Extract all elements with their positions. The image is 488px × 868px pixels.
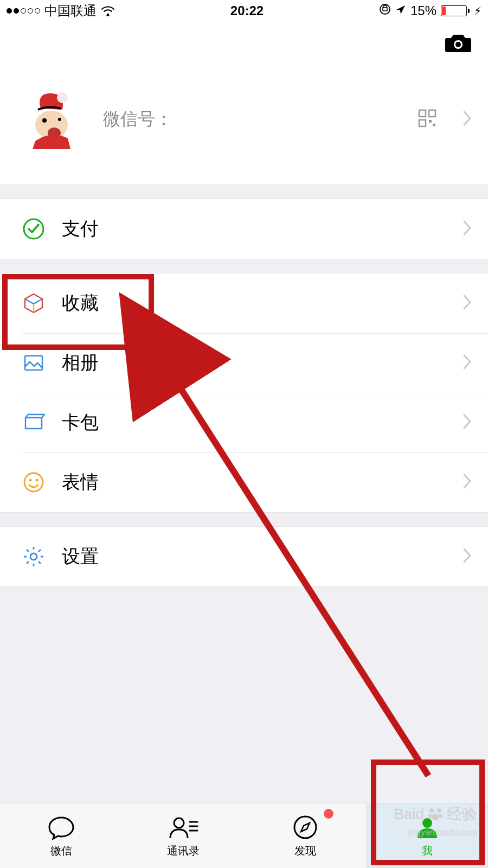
signal-icon (7, 8, 40, 14)
row-settings[interactable]: 设置 (0, 527, 488, 586)
svg-point-5 (57, 92, 68, 103)
location-icon (395, 3, 406, 18)
svg-point-22 (294, 816, 316, 838)
carrier-label: 中国联通 (44, 2, 97, 20)
svg-point-19 (36, 479, 38, 482)
avatar (22, 87, 87, 152)
row-stickers[interactable]: 表情 (0, 452, 488, 512)
wechat-id-label: 微信号： (103, 107, 401, 131)
tab-bar: 微信 通讯录 发现 我 (0, 803, 488, 868)
svg-point-0 (107, 14, 109, 16)
row-pay[interactable]: 支付 (0, 199, 488, 259)
row-stickers-label: 表情 (62, 470, 446, 495)
svg-rect-10 (419, 110, 426, 117)
gear-icon (22, 545, 46, 569)
chevron-right-icon (462, 413, 472, 432)
svg-point-3 (455, 42, 461, 47)
battery-icon (441, 5, 470, 16)
row-cards-label: 卡包 (62, 410, 446, 435)
svg-rect-12 (419, 120, 426, 126)
chevron-right-icon (462, 110, 472, 129)
status-bar: 中国联通 20:22 15% ⚡︎ (0, 0, 488, 22)
tab-contacts-label: 通讯录 (167, 844, 200, 858)
svg-rect-11 (429, 110, 435, 117)
notification-badge (324, 809, 333, 819)
row-settings-label: 设置 (62, 544, 446, 569)
pay-icon (22, 217, 46, 241)
row-album-label: 相册 (62, 350, 446, 375)
tab-me-label: 我 (422, 844, 433, 858)
favorites-icon (22, 291, 46, 315)
chevron-right-icon (462, 354, 472, 372)
profile-info: 微信号： (103, 107, 401, 131)
svg-point-23 (422, 818, 432, 828)
row-album[interactable]: 相册 (0, 333, 488, 393)
chevron-right-icon (462, 547, 472, 566)
svg-point-20 (30, 553, 37, 560)
svg-point-17 (24, 473, 43, 492)
profile-card[interactable]: 微信号： (0, 65, 488, 185)
camera-icon[interactable] (445, 31, 472, 55)
svg-point-21 (174, 818, 184, 828)
chevron-right-icon (462, 294, 472, 312)
status-time: 20:22 (230, 3, 264, 18)
svg-rect-16 (25, 356, 42, 370)
svg-point-9 (58, 118, 61, 121)
compass-icon (292, 813, 319, 841)
status-right: 15% ⚡︎ (379, 3, 481, 18)
qr-code-icon[interactable] (418, 108, 437, 130)
top-bar (0, 22, 488, 65)
stickers-icon (22, 470, 46, 494)
tab-wechat-label: 微信 (50, 844, 72, 858)
cards-icon (22, 411, 46, 435)
section-pay: 支付 (0, 199, 488, 259)
row-favorites-label: 收藏 (62, 291, 446, 316)
section-settings: 设置 (0, 526, 488, 587)
status-left: 中国联通 (7, 2, 115, 20)
battery-percent: 15% (410, 3, 436, 18)
tab-wechat[interactable]: 微信 (0, 803, 122, 868)
tab-discover[interactable]: 发现 (244, 803, 366, 868)
orientation-lock-icon (379, 3, 391, 18)
tab-me[interactable]: 我 (366, 803, 488, 868)
svg-point-18 (29, 479, 32, 482)
svg-rect-13 (429, 120, 432, 123)
chevron-right-icon (462, 220, 472, 238)
section-collection: 收藏 相册 卡包 (0, 273, 488, 513)
row-cards[interactable]: 卡包 (0, 393, 488, 452)
row-favorites[interactable]: 收藏 (0, 273, 488, 333)
row-pay-label: 支付 (62, 216, 446, 241)
svg-point-8 (42, 118, 47, 123)
tab-discover-label: 发现 (294, 844, 316, 858)
charging-icon: ⚡︎ (474, 4, 481, 17)
tab-contacts[interactable]: 通讯录 (122, 803, 244, 868)
chevron-right-icon (462, 473, 472, 492)
chat-icon (47, 813, 75, 841)
contacts-icon (168, 813, 198, 841)
album-icon (22, 351, 46, 375)
svg-rect-14 (433, 124, 435, 126)
wifi-icon (101, 5, 115, 16)
person-icon (414, 813, 440, 841)
